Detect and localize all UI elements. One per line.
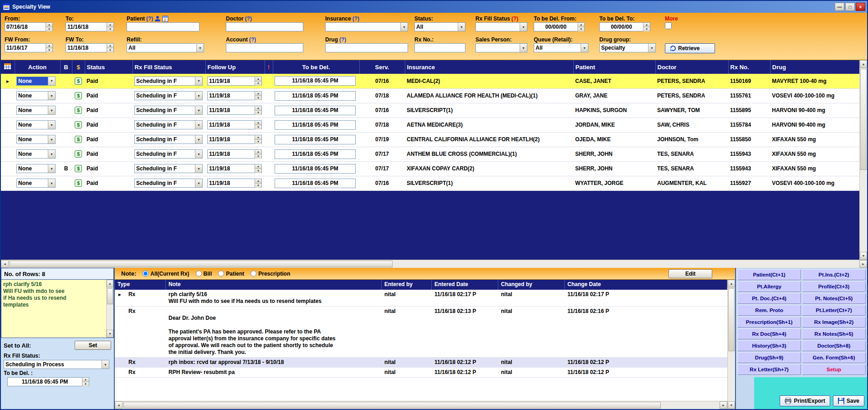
- spin-down-icon[interactable]: ▼: [255, 169, 261, 173]
- spin-down-icon[interactable]: ▼: [46, 27, 52, 31]
- col-changed-by[interactable]: Changed by: [498, 280, 565, 290]
- spin-up-icon[interactable]: ▲: [255, 77, 261, 82]
- spin-up-icon[interactable]: ▲: [255, 150, 261, 154]
- scroll-down-icon[interactable]: ▼: [107, 330, 113, 338]
- edit-note-button[interactable]: Edit: [669, 269, 712, 278]
- close-button[interactable]: ×: [856, 3, 865, 11]
- grid-row[interactable]: None▼$PaidScheduling in F▼11/19/18▲▼11/1…: [1, 147, 859, 161]
- grid-row[interactable]: None▼$PaidScheduling in F▼11/19/18▲▼11/1…: [1, 88, 859, 103]
- note-row[interactable]: RxRPH Review- resubmit panital11/16/18 0…: [115, 368, 727, 378]
- maximize-button[interactable]: □: [845, 3, 855, 11]
- profile-button[interactable]: Profile(Ct+3): [802, 281, 866, 292]
- grid-horizontal-scrollbar[interactable]: ◄ ►: [1, 260, 867, 268]
- col-follow-up[interactable]: Follow Up: [205, 60, 265, 74]
- spin-down-icon[interactable]: ▼: [107, 27, 113, 31]
- retrieve-button[interactable]: Retrieve: [665, 43, 715, 53]
- fw-from-input[interactable]: 11/16/17 ▲▼: [5, 43, 53, 52]
- chevron-down-icon[interactable]: ▼: [48, 135, 55, 144]
- minimize-button[interactable]: —: [835, 3, 844, 11]
- to-be-del-box[interactable]: 11/16/18 05:45 PM: [275, 135, 356, 144]
- scope-prescription[interactable]: Prescription: [250, 271, 290, 277]
- spin-up-icon[interactable]: ▲: [255, 92, 261, 96]
- col-change-date[interactable]: Change Date: [565, 280, 727, 290]
- chevron-down-icon[interactable]: ▼: [648, 44, 655, 52]
- chevron-down-icon[interactable]: ▼: [195, 106, 202, 114]
- to-be-del-box[interactable]: 11/16/18 05:45 PM: [275, 120, 356, 130]
- spin-down-icon[interactable]: ▼: [643, 27, 650, 31]
- spin-up-icon[interactable]: ▲: [643, 23, 650, 27]
- col-to-be-del[interactable]: To be Del.: [273, 60, 359, 74]
- grid-row[interactable]: None▼$PaidScheduling in F▼11/19/18▲▼11/1…: [1, 118, 859, 132]
- col-action[interactable]: Action: [15, 60, 60, 74]
- spin-up-icon[interactable]: ▲: [578, 23, 584, 27]
- drug-input[interactable]: [325, 43, 408, 52]
- spin-up-icon[interactable]: ▲: [255, 135, 261, 140]
- scope-bill[interactable]: Bill: [196, 271, 212, 277]
- scroll-up-icon[interactable]: ▲: [860, 60, 867, 68]
- col-patient[interactable]: Patient: [573, 60, 655, 74]
- scroll-down-icon[interactable]: ▼: [860, 252, 867, 260]
- col-alert[interactable]: !: [265, 60, 273, 74]
- to-be-del-box[interactable]: 11/16/18 05:45 PM: [275, 164, 356, 174]
- chevron-down-icon[interactable]: ▼: [195, 179, 202, 187]
- note-row[interactable]: Rx Dear Dr. John Doe The patient's PA ha…: [115, 307, 727, 358]
- save-button[interactable]: Save: [833, 395, 864, 406]
- spin-up-icon[interactable]: ▲: [46, 44, 52, 48]
- chevron-down-icon[interactable]: ▼: [48, 77, 55, 85]
- spin-down-icon[interactable]: ▼: [255, 184, 261, 188]
- col-rx-fill-status[interactable]: Rx Fill Status: [133, 60, 205, 74]
- follow-up-spinner[interactable]: 11/19/18▲▼: [207, 120, 262, 129]
- to-be-del-box[interactable]: 11/16/18 05:45 PM: [275, 76, 356, 86]
- chevron-down-icon[interactable]: ▼: [520, 23, 527, 31]
- pt-letter-button[interactable]: Pt.Letter(Ct+7): [802, 305, 866, 316]
- to-be-del-box[interactable]: 11/16/18 05:45 PM: [275, 106, 356, 115]
- grid-vscroll-thumb[interactable]: [860, 69, 867, 170]
- col-status[interactable]: Status: [85, 60, 133, 74]
- grid-row[interactable]: None▼B$PaidScheduling in F▼11/19/18▲▼11/…: [1, 161, 859, 176]
- grid-row[interactable]: ►None▼$PaidScheduling in F▼11/19/18▲▼11/…: [1, 74, 859, 88]
- pt-doc-button[interactable]: Pt. Doc.(Ct+4): [737, 293, 801, 304]
- action-select[interactable]: None▼: [16, 120, 56, 129]
- spin-up-icon[interactable]: ▲: [107, 44, 113, 48]
- scope-all-current-rx[interactable]: All(Current Rx): [143, 271, 189, 277]
- to-be-del-box[interactable]: 11/16/18 05:45 PM: [275, 149, 356, 159]
- chevron-down-icon[interactable]: ▼: [195, 150, 202, 158]
- history-button[interactable]: History(Sh+3): [737, 340, 801, 351]
- grid-row[interactable]: None▼$PaidScheduling in F▼11/19/18▲▼11/1…: [1, 176, 859, 190]
- col-entered-date[interactable]: Entered Date: [432, 280, 498, 290]
- note-row[interactable]: ►Rxrph clarify 5/16Will FU with mdo to s…: [115, 290, 727, 307]
- col-entered-by[interactable]: Entered by: [382, 280, 432, 290]
- pt-notes-button[interactable]: Pt. Notes(Ct+5): [802, 293, 866, 304]
- chevron-down-icon[interactable]: ▼: [581, 44, 588, 52]
- setup-button[interactable]: Setup: [802, 364, 866, 375]
- follow-up-spinner[interactable]: 11/19/18▲▼: [207, 91, 262, 100]
- row-rx-fill-status-select[interactable]: Scheduling in F▼: [134, 91, 203, 100]
- col-insurance[interactable]: Insurance: [405, 60, 573, 74]
- spin-up-icon[interactable]: ▲: [46, 23, 52, 27]
- spin-up-icon[interactable]: ▲: [255, 121, 261, 125]
- chevron-down-icon[interactable]: ▼: [48, 150, 55, 158]
- status-select[interactable]: All▼: [414, 22, 465, 31]
- spin-down-icon[interactable]: ▼: [46, 48, 52, 52]
- scroll-up-icon[interactable]: ▲: [728, 280, 735, 287]
- set-rx-fill-status-select[interactable]: Scheduling in Process ▼: [4, 360, 109, 369]
- rx-notes-button[interactable]: Rx Notes(Sh+5): [802, 328, 866, 339]
- follow-up-spinner[interactable]: 11/19/18▲▼: [207, 106, 262, 115]
- spin-down-icon[interactable]: ▼: [107, 48, 113, 52]
- spin-down-icon[interactable]: ▼: [255, 154, 261, 159]
- action-select[interactable]: None▼: [16, 135, 56, 144]
- pt-ins-button[interactable]: Pt.Ins.(Ct+2): [802, 269, 866, 280]
- scroll-right-icon[interactable]: ►: [859, 260, 867, 268]
- spin-up-icon[interactable]: ▲: [255, 106, 261, 111]
- spin-up-icon[interactable]: ▲: [107, 23, 113, 27]
- col-note-type[interactable]: Type: [115, 280, 166, 290]
- patient-button[interactable]: Patient(Ct+1): [737, 269, 801, 280]
- scroll-down-icon[interactable]: ▼: [728, 401, 735, 409]
- spin-down-icon[interactable]: ▼: [255, 140, 261, 144]
- prescription-button[interactable]: Prescription(Sh+1): [737, 317, 801, 328]
- from-date-input[interactable]: 07/16/18 ▲▼: [5, 22, 53, 31]
- action-select[interactable]: None▼: [16, 91, 56, 100]
- spin-up-icon[interactable]: ▲: [82, 378, 89, 382]
- chevron-down-icon[interactable]: ▼: [48, 106, 55, 114]
- action-select[interactable]: None▼: [16, 106, 56, 115]
